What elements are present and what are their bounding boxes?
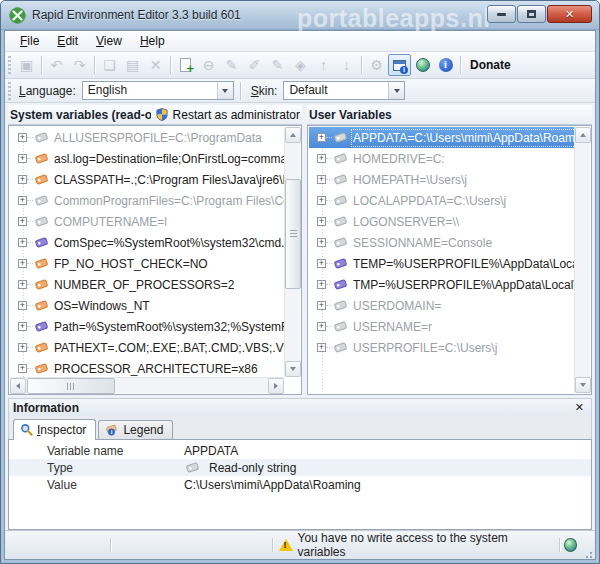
menu-view[interactable]: View [87,32,131,50]
scroll-down-button[interactable] [285,361,301,377]
resize-grip[interactable] [583,549,593,559]
settings-icon[interactable]: ⚙ [365,54,388,76]
copy-icon[interactable]: ❏ [98,54,121,76]
expand-icon[interactable]: + [18,322,27,331]
system-horizontal-scrollbar[interactable] [10,377,284,393]
expand-icon[interactable]: + [18,154,27,163]
about-icon[interactable]: i [434,54,457,76]
expand-icon[interactable]: + [18,217,27,226]
tree-item[interactable]: +CommonProgramFiles=C:\Program Files\Com… [10,190,284,211]
inspector-row-label: Variable name [9,444,184,458]
tree-item[interactable]: +APPDATA=C:\Users\mimi\AppData\Roaming [309,127,574,148]
donate-button[interactable]: Donate [464,54,517,76]
tree-item[interactable]: +HOMEDRIVE=C: [309,148,574,169]
tree-item[interactable]: +SESSIONNAME=Console [309,232,574,253]
maximize-button[interactable] [517,5,546,23]
watermark: portableapps.nl [297,4,491,33]
tree-item[interactable]: +OS=Windows_NT [10,295,284,316]
tree-item[interactable]: +LOCALAPPDATA=C:\Users\j [309,190,574,211]
expand-icon[interactable]: + [18,238,27,247]
tree-item[interactable]: +USERPROFILE=C:\Users\j [309,337,574,358]
expand-icon[interactable]: + [18,301,27,310]
expand-icon[interactable]: + [317,154,326,163]
information-close-icon[interactable]: ✕ [572,401,587,414]
rename-variable-icon[interactable]: ✎ [266,54,289,76]
edit-as-text-icon[interactable]: ✐ [243,54,266,76]
status-globe-icon[interactable] [564,538,578,552]
restart-as-administrator-link[interactable]: Restart as administrator [173,108,300,122]
tree-item[interactable]: +NUMBER_OF_PROCESSORS=2 [10,274,284,295]
tree-item[interactable]: +Path=%SystemRoot%\system32;%SystemRoot%… [10,316,284,337]
scroll-right-button[interactable] [268,378,284,394]
minimize-button[interactable] [487,5,516,23]
tree-item[interactable]: +CLASSPATH=.;C:\Program Files\Java\jre6\… [10,169,284,190]
add-variable-icon[interactable]: + [174,54,197,76]
expand-icon[interactable]: + [18,280,27,289]
expand-icon[interactable]: + [18,196,27,205]
expand-icon[interactable]: + [18,364,27,373]
expand-icon[interactable]: + [317,217,326,226]
toolbar-grip[interactable] [8,56,11,74]
horizontal-scroll-thumb[interactable] [27,378,115,394]
redo-icon[interactable]: ↷ [68,54,91,76]
scroll-up-button[interactable] [575,127,591,143]
tree-item[interactable]: +USERDOMAIN= [309,295,574,316]
options-grip[interactable] [8,82,11,100]
tree-item[interactable]: +asl.log=Destination=file;OnFirstLog=com… [10,148,284,169]
move-up-icon[interactable]: ↑ [312,54,335,76]
move-down-icon[interactable]: ↓ [335,54,358,76]
menu-edit[interactable]: Edit [48,32,87,50]
close-button[interactable]: ✕ [547,5,592,23]
paste-icon[interactable]: ▤ [121,54,144,76]
add-value-icon[interactable]: ◈ [289,54,312,76]
skin-label: Skin: [251,84,278,98]
undo-icon[interactable]: ↶ [45,54,68,76]
expand-icon[interactable]: + [317,343,326,352]
delete-icon[interactable]: ✕ [144,54,167,76]
tree-item[interactable]: +ALLUSERSPROFILE=C:\ProgramData [10,127,284,148]
expand-icon[interactable]: + [317,259,326,268]
tree-item[interactable]: +ComSpec=%SystemRoot%\system32\cmd.exe [10,232,284,253]
save-icon[interactable]: ▣ [15,54,38,76]
expand-icon[interactable]: + [317,322,326,331]
expand-icon[interactable]: + [317,175,326,184]
tree-item[interactable]: +TEMP=%USERPROFILE%\AppData\Local\Temp [309,253,574,274]
edit-variable-icon[interactable]: ✎ [220,54,243,76]
remove-variable-icon[interactable]: ⊖ [197,54,220,76]
scroll-down-button[interactable] [575,377,591,393]
user-vertical-scrollbar[interactable] [574,127,590,393]
tree-item[interactable]: +LOGONSERVER=\\ [309,211,574,232]
scroll-left-button[interactable] [10,378,26,394]
tree-item[interactable]: +USERNAME=r [309,316,574,337]
tree-item[interactable]: +COMPUTERNAME=l [10,211,284,232]
language-select[interactable]: English [82,81,234,100]
expand-icon[interactable]: + [317,133,326,142]
language-dropdown-arrow[interactable] [217,82,233,99]
expand-icon[interactable]: + [317,301,326,310]
expand-icon[interactable]: + [18,175,27,184]
tree-item[interactable]: +TMP=%USERPROFILE%\AppData\Local\Temp [309,274,574,295]
tree-item[interactable]: +PROCESSOR_ARCHITECTURE=x86 [10,358,284,377]
expand-icon[interactable]: + [18,259,27,268]
tab-legend[interactable]: i Legend [98,420,173,439]
variable-text: COMPUTERNAME=l [54,215,167,229]
expand-icon[interactable]: + [18,343,27,352]
skin-select[interactable]: Default [283,81,405,100]
expand-icon[interactable]: + [317,280,326,289]
tab-inspector[interactable]: Inspector [13,419,96,440]
expand-icon[interactable]: + [317,238,326,247]
expand-icon[interactable]: + [317,196,326,205]
skin-dropdown-arrow[interactable] [388,82,404,99]
scroll-up-button[interactable] [285,127,301,143]
tree-item[interactable]: +FP_NO_HOST_CHECK=NO [10,253,284,274]
vertical-scroll-thumb[interactable] [285,179,301,289]
menu-file[interactable]: File [11,32,48,50]
tree-item[interactable]: +PATHEXT=.COM;.EXE;.BAT;.CMD;.VBS;.VBE;.… [10,337,284,358]
system-vertical-scrollbar[interactable] [284,127,300,377]
check-for-updates-icon[interactable] [411,54,434,76]
tree-item[interactable]: +HOMEPATH=\Users\j [309,169,574,190]
close-icon: ✕ [565,8,574,21]
toggle-information-panel-icon[interactable]: i [388,54,411,76]
expand-icon[interactable]: + [18,133,27,142]
menu-help[interactable]: Help [131,32,174,50]
